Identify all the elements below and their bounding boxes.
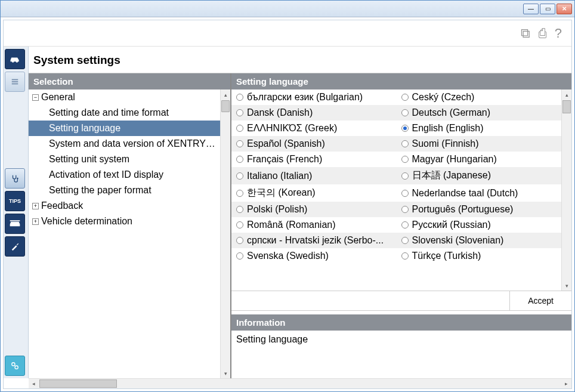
language-label: Español (Spanish)	[247, 138, 325, 149]
language-option[interactable]: English (English)	[397, 121, 562, 136]
maximize-button[interactable]: ▭	[540, 4, 555, 14]
language-scrollbar[interactable]: ▴ ▾	[561, 89, 571, 291]
sidebar-list-button[interactable]	[5, 72, 25, 92]
scroll-up-button[interactable]: ▴	[562, 89, 571, 100]
radio-icon	[236, 94, 243, 101]
scroll-thumb[interactable]	[39, 379, 117, 388]
tree-group-general[interactable]: −General	[29, 89, 220, 105]
sidebar-settings-button[interactable]	[5, 356, 25, 376]
copy-icon[interactable]: ⧉	[521, 26, 530, 41]
language-label: Türkçe (Turkish)	[412, 251, 481, 261]
information-header: Information	[231, 314, 571, 331]
language-option[interactable]: български език (Bulgarian)	[231, 89, 397, 105]
sidebar-vehicle-button[interactable]	[5, 49, 25, 69]
scroll-left-button[interactable]: ◂	[29, 379, 39, 388]
radio-icon	[236, 172, 243, 180]
language-option[interactable]: Ceský (Czech)	[397, 89, 562, 105]
svg-point-3	[17, 178, 18, 180]
scroll-thumb[interactable]	[562, 100, 571, 113]
tree-item-general-5[interactable]: Setting the paper format	[29, 183, 220, 198]
language-label: English (English)	[412, 123, 484, 134]
settings-tree: −GeneralSetting date and time formatSett…	[29, 89, 230, 378]
language-label: Magyar (Hungarian)	[412, 154, 497, 165]
gears-icon	[9, 362, 21, 370]
tree-label: Feedback	[41, 200, 83, 211]
scroll-down-button[interactable]: ▾	[221, 368, 230, 378]
language-label: Slovenski (Slovenian)	[412, 235, 504, 246]
tree-item-general-4[interactable]: Activation of text ID display	[29, 167, 220, 183]
horizontal-scrollbar[interactable]: ◂ ▸	[29, 378, 571, 388]
language-option[interactable]: Italiano (Italian)	[231, 167, 397, 184]
radio-icon	[401, 237, 409, 244]
language-option[interactable]: ΕΛΛΗΝΙΚΌΣ (Greek)	[231, 121, 397, 136]
scroll-down-button[interactable]: ▾	[562, 280, 571, 291]
language-label: Nederlandse taal (Dutch)	[412, 188, 518, 199]
language-option[interactable]: српски - Hrvatski jezik (Serbo-...	[231, 233, 397, 248]
close-button[interactable]: ✕	[557, 4, 572, 14]
language-option[interactable]: Suomi (Finnish)	[397, 136, 562, 152]
help-icon[interactable]: ?	[555, 26, 562, 41]
collapse-icon[interactable]: −	[32, 94, 39, 101]
language-label: Italiano (Italian)	[247, 171, 312, 181]
radio-icon	[236, 125, 243, 132]
svg-rect-2	[12, 84, 18, 85]
radio-icon	[401, 125, 409, 132]
tree-scrollbar[interactable]: ▴ ▾	[220, 89, 230, 378]
expand-icon[interactable]: +	[32, 203, 39, 209]
language-option[interactable]: 한국의 (Korean)	[231, 184, 397, 202]
svg-rect-4	[10, 220, 20, 221]
expand-icon[interactable]: +	[32, 218, 39, 225]
tree-item-general-1[interactable]: Setting language	[29, 121, 220, 136]
radio-icon	[236, 156, 243, 163]
accept-button[interactable]: Accept	[509, 291, 571, 310]
top-toolbar: ⧉ ⎙ ?	[4, 20, 571, 47]
sidebar-diagnostics-button[interactable]	[5, 168, 25, 189]
tree-item-general-3[interactable]: Setting unit system	[29, 152, 220, 167]
language-option[interactable]: Español (Spanish)	[231, 136, 397, 152]
stethoscope-icon	[9, 174, 21, 183]
language-label: Português (Portuguese)	[412, 204, 514, 215]
sidebar-tips-button[interactable]: TIPS	[5, 191, 25, 211]
language-label: Ceský (Czech)	[412, 92, 475, 103]
language-option[interactable]: Română (Romanian)	[231, 217, 397, 233]
language-option[interactable]: Nederlandse taal (Dutch)	[397, 184, 562, 202]
tree-group-feedback[interactable]: +Feedback	[29, 198, 220, 214]
scroll-thumb[interactable]	[221, 100, 230, 112]
radio-icon	[236, 140, 243, 147]
left-sidebar: TIPS	[4, 47, 29, 378]
print-icon[interactable]: ⎙	[539, 26, 546, 41]
tree-group-vehicle-determination[interactable]: +Vehicle determination	[29, 214, 220, 229]
language-option[interactable]: Svenska (Swedish)	[231, 248, 397, 264]
app-window: — ▭ ✕ ⧉ ⎙ ? TIPS	[0, 0, 575, 392]
language-option[interactable]: Polski (Polish)	[231, 202, 397, 217]
scroll-up-button[interactable]: ▴	[221, 89, 230, 100]
svg-point-6	[15, 366, 18, 369]
minimize-button[interactable]: —	[523, 4, 539, 14]
page-title: System settings	[29, 47, 571, 73]
tree-label: Vehicle determination	[41, 216, 132, 226]
language-label: Suomi (Finnish)	[412, 138, 479, 149]
language-option[interactable]: Türkçe (Turkish)	[397, 248, 562, 264]
tree-item-general-2[interactable]: System and data version of XENTRY displa…	[29, 136, 220, 152]
language-option[interactable]: Deutsch (German)	[397, 105, 562, 121]
language-option[interactable]: Magyar (Hungarian)	[397, 152, 562, 167]
tree-item-general-0[interactable]: Setting date and time format	[29, 105, 220, 121]
car-front-icon	[9, 220, 21, 228]
language-label: 한국의 (Korean)	[247, 187, 316, 199]
language-option[interactable]: Français (French)	[231, 152, 397, 167]
radio-icon	[401, 172, 409, 180]
language-label: 日本語 (Japanese)	[412, 169, 491, 182]
language-option[interactable]: Dansk (Danish)	[231, 105, 397, 121]
scroll-right-button[interactable]: ▸	[561, 379, 571, 388]
language-label: Română (Romanian)	[247, 220, 336, 230]
language-option[interactable]: Português (Portuguese)	[397, 202, 562, 217]
sidebar-tool-button[interactable]	[5, 236, 25, 257]
screwdriver-icon	[9, 242, 21, 251]
language-option[interactable]: 日本語 (Japanese)	[397, 167, 562, 184]
sidebar-vehicle2-button[interactable]	[5, 214, 25, 234]
radio-icon	[401, 94, 409, 101]
radio-icon	[401, 109, 409, 116]
language-option[interactable]: Русский (Russian)	[397, 217, 562, 233]
titlebar: — ▭ ✕	[1, 1, 574, 17]
language-option[interactable]: Slovenski (Slovenian)	[397, 233, 562, 248]
